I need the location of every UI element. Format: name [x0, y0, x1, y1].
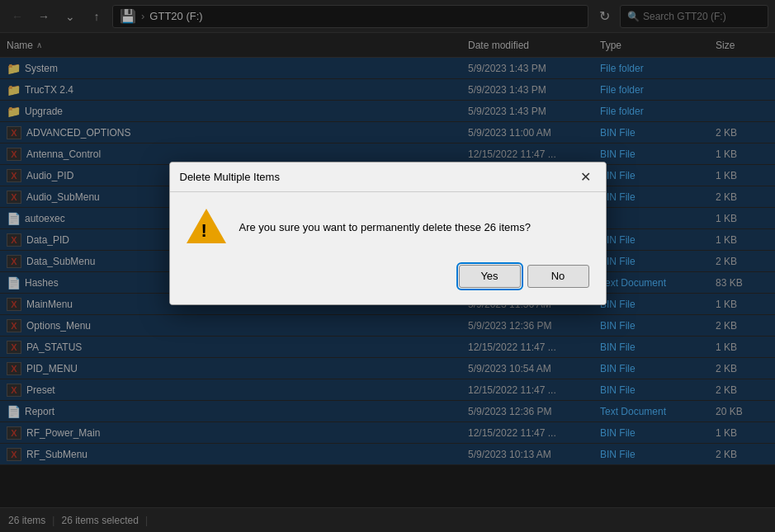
warning-triangle — [187, 209, 226, 243]
dialog-overlay: Delete Multiple Items ✕ Are you sure you… — [0, 0, 775, 532]
dialog-close-button[interactable]: ✕ — [576, 167, 596, 186]
dialog-message: Are you sure you want to permanently del… — [239, 220, 531, 235]
dialog-title: Delete Multiple Items — [180, 171, 280, 183]
dialog-message-row: Are you sure you want to permanently del… — [187, 209, 589, 248]
dialog-titlebar: Delete Multiple Items ✕ — [170, 162, 606, 192]
dialog-body: Are you sure you want to permanently del… — [170, 192, 606, 304]
warning-icon — [187, 209, 226, 248]
dialog-buttons: Yes No — [187, 265, 589, 291]
yes-button[interactable]: Yes — [459, 265, 521, 288]
no-button[interactable]: No — [527, 265, 589, 288]
delete-dialog: Delete Multiple Items ✕ Are you sure you… — [169, 162, 607, 305]
